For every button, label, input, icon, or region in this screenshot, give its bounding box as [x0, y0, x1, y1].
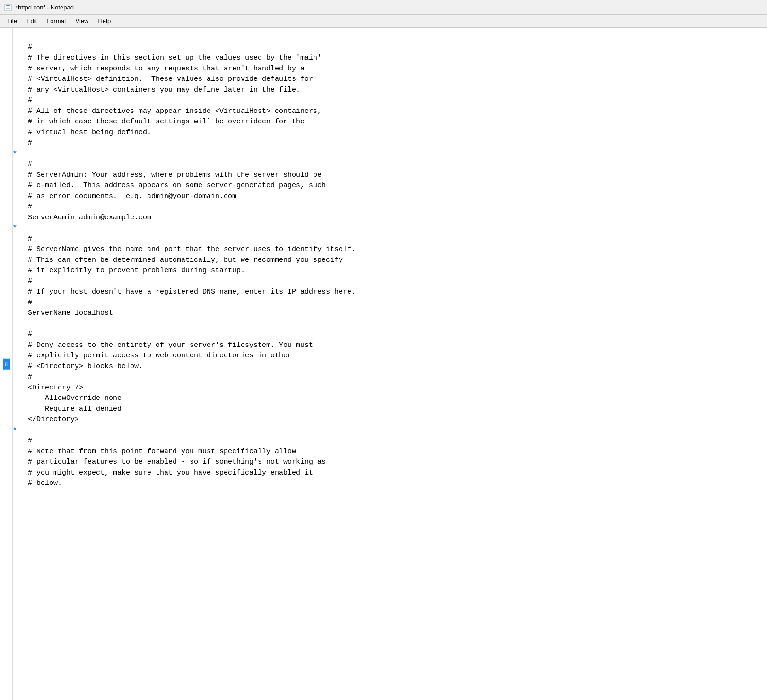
text-editor[interactable]: # # The directives in this section set u… [22, 28, 767, 700]
title-bar: *httpd.conf - Notepad [0, 0, 767, 15]
editor-area: ite ★ ★ ★ # # The directives in this sec… [0, 28, 767, 700]
svg-rect-4 [6, 9, 9, 9]
notepad-window: *httpd.conf - Notepad File Edit Format V… [0, 0, 767, 700]
notepad-icon [4, 4, 12, 11]
menu-bar: File Edit Format View Help [0, 15, 767, 28]
menu-view[interactable]: View [71, 16, 94, 26]
side-markers: ★ ★ ★ [13, 28, 22, 700]
file-tab[interactable]: ite [3, 358, 10, 369]
svg-rect-2 [6, 7, 10, 7]
menu-edit[interactable]: Edit [22, 16, 42, 26]
svg-rect-1 [6, 5, 10, 6]
bookmark-line12: ★ [13, 147, 17, 157]
svg-rect-3 [6, 8, 10, 8]
left-panel: ite [0, 28, 13, 700]
bookmark-line38: ★ [13, 423, 17, 433]
window-title: *httpd.conf - Notepad [16, 4, 74, 11]
editor-content: # # The directives in this section set u… [26, 41, 763, 491]
bookmark-line19: ★ [13, 221, 17, 231]
menu-file[interactable]: File [2, 16, 22, 26]
menu-help[interactable]: Help [93, 16, 115, 26]
menu-format[interactable]: Format [42, 16, 70, 26]
content-wrapper: ★ ★ ★ # # The directives in this section… [13, 28, 767, 700]
